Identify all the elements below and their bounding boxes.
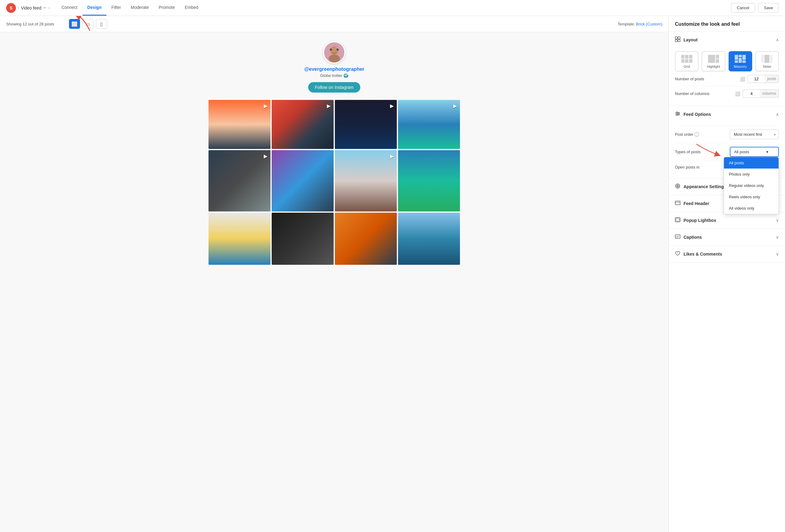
svg-point-3 xyxy=(329,55,340,62)
masonry-icon xyxy=(735,55,746,63)
highlight-label: Highlight xyxy=(707,65,720,68)
appearance-svg-icon xyxy=(675,183,680,189)
edit-icon[interactable]: ✏ xyxy=(43,5,47,10)
svg-point-13 xyxy=(677,112,678,113)
cancel-button[interactable]: Cancel xyxy=(731,3,755,12)
profile-bio: Globe trotter 🌍 xyxy=(320,73,348,78)
likes-comments-header[interactable]: Likes & Comments ∨ xyxy=(669,246,785,262)
feed-preview: @evergreenphotographer Globe trotter 🌍 F… xyxy=(0,32,668,274)
number-of-columns-row: Number of columns ⬜ columns xyxy=(675,86,779,101)
captions-title: Captions xyxy=(684,235,773,240)
posts-label: Number of posts xyxy=(675,77,737,81)
posts-input-group: posts xyxy=(748,75,779,83)
layout-section-title: Layout xyxy=(684,37,773,42)
dropdown-chevron-icon: ▾ xyxy=(766,150,768,154)
dropdown-item-reels[interactable]: Reels videos only xyxy=(724,191,779,203)
svg-point-15 xyxy=(677,114,678,115)
svg-rect-8 xyxy=(675,39,677,42)
photo-cell-12 xyxy=(398,213,460,265)
play-icon-3: ▶ xyxy=(390,103,394,109)
types-of-posts-menu: All posts Photos only Regular videos onl… xyxy=(724,157,779,214)
tab-embed[interactable]: Embed xyxy=(180,0,203,16)
captions-section: Captions ∨ xyxy=(669,229,785,246)
template-link[interactable]: Brick (Custom) xyxy=(636,22,662,26)
save-button[interactable]: Save xyxy=(758,3,779,12)
types-of-posts-dropdown[interactable]: All posts ▾ All posts Photos only Regula… xyxy=(730,147,779,157)
layout-card-masonry[interactable]: Masonry xyxy=(729,51,752,72)
svg-point-2 xyxy=(330,46,338,55)
nav-tabs: Connect Design Filter Moderate Promote E… xyxy=(56,0,203,16)
columns-input[interactable] xyxy=(743,89,760,98)
columns-unit: columns xyxy=(760,89,779,98)
layout-cards: Grid Highlight xyxy=(675,51,779,72)
captions-header[interactable]: Captions ∨ xyxy=(669,229,785,245)
appearance-icon xyxy=(675,183,680,190)
post-order-info-icon[interactable]: i xyxy=(694,132,699,137)
layout-card-grid[interactable]: Grid xyxy=(675,51,699,72)
svg-point-4 xyxy=(330,48,332,51)
svg-rect-22 xyxy=(675,235,680,238)
follow-button[interactable]: Follow on Instagram xyxy=(308,82,360,92)
post-order-label: Post order i xyxy=(675,132,727,137)
sidebar-header: Customize the look and feel xyxy=(669,16,785,32)
post-order-select[interactable]: Most recent first Oldest first Random xyxy=(730,130,779,139)
breadcrumb-text: Video feed xyxy=(21,5,42,10)
tab-design[interactable]: Design xyxy=(82,0,107,16)
likes-comments-chevron: ∨ xyxy=(776,251,779,257)
photo-cell-6 xyxy=(272,150,334,211)
posts-unit: posts xyxy=(765,75,779,83)
layout-icon xyxy=(675,36,680,43)
dropdown-item-photos[interactable]: Photos only xyxy=(724,168,779,180)
tab-promote[interactable]: Promote xyxy=(154,0,180,16)
layout-section-header[interactable]: Layout ∧ xyxy=(669,32,785,48)
popup-lightbox-svg-icon xyxy=(675,217,680,222)
template-label: Template: Brick (Custom) xyxy=(617,22,662,26)
layout-section-body: Grid Highlight xyxy=(669,48,785,106)
layout-card-highlight[interactable]: Highlight xyxy=(702,51,725,72)
desktop-icon-posts: ⬜ xyxy=(740,77,745,81)
feed-options-body: Post order i Most recent first Oldest fi… xyxy=(669,123,785,178)
feed-header-svg-icon xyxy=(675,200,680,206)
popup-lightbox-chevron: ∨ xyxy=(776,218,779,223)
photo-cell-8 xyxy=(398,150,460,211)
popup-lightbox-icon xyxy=(675,217,680,224)
slider-label: Slider xyxy=(763,65,771,68)
posts-input[interactable] xyxy=(748,75,765,83)
tab-moderate[interactable]: Moderate xyxy=(126,0,154,16)
types-of-posts-value: All posts xyxy=(734,150,749,154)
layout-section: Layout ∧ Grid xyxy=(669,32,785,106)
avatar-image xyxy=(324,42,344,63)
types-of-posts-trigger[interactable]: All posts ▾ xyxy=(730,147,779,157)
layout-card-slider[interactable]: Slider xyxy=(755,51,779,72)
columns-input-group: columns xyxy=(743,89,779,98)
feed-options-header[interactable]: Feed Options ∧ xyxy=(669,106,785,123)
app-logo: S xyxy=(6,3,16,13)
preview-toolbar: Showing 12 out of 28 posts ⬜ ▭ ▯ xyxy=(0,16,668,32)
device-tablet-btn[interactable]: ▭ xyxy=(82,19,94,29)
play-icon-2: ▶ xyxy=(327,103,331,109)
layout-chevron-icon: ∧ xyxy=(776,37,779,42)
photo-cell-11 xyxy=(335,213,397,265)
tab-connect[interactable]: Connect xyxy=(56,0,82,16)
photo-cell-10 xyxy=(272,213,334,265)
popup-lightbox-section: Popup Lightbox ∨ xyxy=(669,212,785,229)
dropdown-item-regular-videos[interactable]: Regular videos only xyxy=(724,180,779,191)
types-of-posts-row: Types of posts All posts ▾ All posts Pho… xyxy=(675,143,779,161)
layout-svg-icon xyxy=(675,36,680,42)
dropdown-item-all-posts[interactable]: All posts xyxy=(724,157,779,168)
likes-comments-title: Likes & Comments xyxy=(684,251,773,257)
popup-lightbox-title: Popup Lightbox xyxy=(684,218,773,223)
dropdown-item-all-videos[interactable]: All videos only xyxy=(724,203,779,214)
number-of-posts-row: Number of posts ⬜ posts xyxy=(675,72,779,86)
play-icon-5: ▶ xyxy=(264,153,268,159)
popup-lightbox-header[interactable]: Popup Lightbox ∨ xyxy=(669,212,785,229)
svg-rect-18 xyxy=(675,201,680,205)
breadcrumb: Video feed ✏ xyxy=(21,5,47,10)
svg-point-14 xyxy=(678,113,679,114)
device-desktop-btn[interactable]: ⬜ xyxy=(69,19,80,29)
play-icon-4: ▶ xyxy=(453,103,457,109)
device-selector: ⬜ ▭ ▯ xyxy=(69,19,107,29)
post-order-row: Post order i Most recent first Oldest fi… xyxy=(675,126,779,143)
tab-filter[interactable]: Filter xyxy=(106,0,126,16)
device-mobile-btn[interactable]: ▯ xyxy=(96,19,107,29)
